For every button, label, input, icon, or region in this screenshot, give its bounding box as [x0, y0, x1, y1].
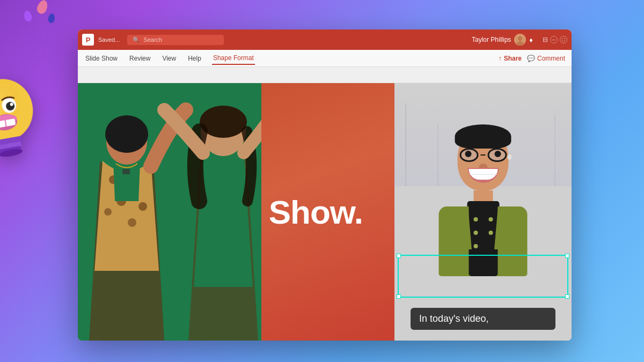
saved-label: Saved... — [98, 36, 120, 43]
powerpoint-logo: P — [82, 34, 94, 46]
person-head — [458, 129, 509, 190]
svg-point-28 — [128, 218, 136, 227]
svg-point-18 — [518, 36, 522, 41]
premium-icon: ♦ — [529, 36, 533, 44]
title-bar: P Saved... 🔍 Search Taylor Phillips ♦ — [78, 29, 572, 50]
show-text: Show. — [269, 193, 363, 231]
dancer-svg — [78, 83, 261, 341]
selection-corner-tr — [565, 254, 569, 258]
slide-left-panel: Show. — [78, 83, 394, 341]
user-info[interactable]: Taylor Phillips ♦ — [472, 34, 533, 46]
caption-bar: In today's video, — [411, 308, 555, 330]
person-composite — [439, 129, 528, 276]
search-icon: 🔍 — [133, 36, 140, 43]
minimize-button[interactable]: ─ — [550, 36, 558, 43]
video-selection-box[interactable] — [398, 255, 568, 298]
svg-point-22 — [105, 115, 148, 153]
share-icon: ↑ — [499, 55, 502, 62]
ribbon-right: ↑ Share 💬 Comment — [499, 55, 565, 62]
svg-rect-29 — [122, 169, 130, 174]
ribbon-shape-format[interactable]: Shape Format — [212, 52, 255, 65]
window-controls: ⊟ ─ □ — [543, 36, 567, 43]
selection-corner-tl — [397, 254, 401, 258]
svg-point-26 — [138, 202, 147, 211]
ribbon-view[interactable]: View — [161, 53, 177, 64]
ribbon-slideshow[interactable]: Slide Show — [84, 53, 119, 64]
user-avatar — [514, 34, 526, 46]
layout-icon: ⊟ — [543, 36, 548, 43]
ribbon-menu: Slide Show Review View Help Shape Format… — [78, 50, 572, 67]
maximize-button[interactable]: □ — [560, 36, 567, 43]
powerpoint-window: P Saved... 🔍 Search Taylor Phillips ♦ — [78, 29, 572, 341]
selection-corner-bl — [397, 294, 401, 299]
svg-point-27 — [104, 208, 112, 216]
slide-right-panel: In today's video, ⇄ ⛶ ▣ ✂ — [394, 83, 572, 341]
ribbon-review[interactable]: Review — [128, 53, 151, 64]
ribbon-help[interactable]: Help — [187, 53, 202, 64]
slide-toolbar — [78, 67, 572, 83]
share-button[interactable]: ↑ Share — [499, 55, 522, 62]
comment-icon: 💬 — [527, 55, 535, 62]
search-placeholder: Search — [143, 36, 162, 43]
slide-area: Show. — [78, 83, 572, 341]
title-bar-left: P Saved... 🔍 Search — [82, 34, 224, 46]
search-box[interactable]: 🔍 Search — [127, 35, 224, 45]
comment-button[interactable]: 💬 Comment — [527, 55, 565, 62]
user-name: Taylor Phillips — [472, 36, 511, 43]
caption-text: In today's video, — [419, 313, 489, 324]
selection-corner-br — [565, 294, 569, 299]
smile — [467, 168, 499, 183]
